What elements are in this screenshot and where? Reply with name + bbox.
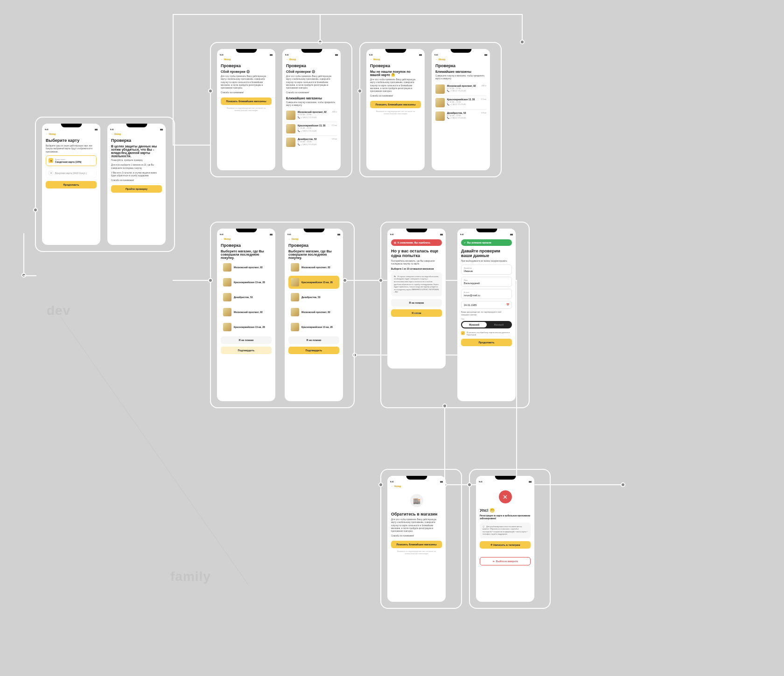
screen-verify-intro: 9:41▮▮▮ ← Назад Проверка В целях защиты … <box>107 124 166 245</box>
forgot-button[interactable]: Я не помню <box>391 299 442 307</box>
screen-form: 9:41▮▮▮ ✓Вы успешно прошли Давайте прове… <box>457 229 516 401</box>
store-row[interactable]: Московский проспект, 82⏱ 10:00 – 22:00📞 … <box>435 83 486 96</box>
forgot-button[interactable]: Я не помню <box>221 336 272 344</box>
hint: Совершите покупку в магазине, чтобы прик… <box>435 75 486 81</box>
consent-checkbox[interactable]: ✓Я согласен на обработку персональных да… <box>461 331 512 336</box>
firstname-input[interactable]: ИмяВальтерджей <box>461 277 512 287</box>
line3: У Вас есть 3 попытки, в случае неудачи м… <box>111 172 162 178</box>
notch <box>457 229 516 233</box>
store-row[interactable]: Декабристов, 53⏱ 10:00 – 22:00📞 +7 (812)… <box>435 110 486 123</box>
thanks: Спасибо за понимание! <box>111 179 162 182</box>
store-row[interactable]: Красноармейская 13, 28⏱ 10:00 – 22:00📞 +… <box>435 96 486 110</box>
store-image <box>435 112 445 121</box>
card-option-2[interactable]: ✦Бонусная карта (2410 бонус.) <box>46 168 97 178</box>
store-option[interactable]: Декабристов, 53 <box>288 291 339 304</box>
thanks: Спасибо за понимание! <box>221 91 272 94</box>
store-row[interactable]: Декабристов, 53⏱ 10:00 – 22:00📞 +7 (812)… <box>286 136 337 149</box>
info-box: 🛍В случае неверного ответа последней поп… <box>391 272 442 296</box>
subtitle: Выберите магазин, где Вы совершили после… <box>288 250 339 259</box>
store-image <box>291 308 299 316</box>
back-link[interactable]: ← Назад <box>285 236 343 242</box>
notch <box>42 124 100 128</box>
dob-input[interactable]: 24.01.1985📅 <box>461 301 512 309</box>
screen-pick: 9:41▮▮▮ ← Назад Проверка Выберите магази… <box>217 229 275 401</box>
telegram-button[interactable]: ✈ Написать в телеграм <box>480 541 531 549</box>
store-option[interactable]: Московский проспект, 82 <box>288 261 339 274</box>
confirm-button[interactable]: Подтвердить <box>221 347 272 354</box>
logout-button[interactable]: ⇤Выйти из аккаунта <box>480 557 531 565</box>
title: Но у вас осталась еще одна попытка <box>391 249 442 258</box>
back-link[interactable]: ← Назад <box>282 56 341 63</box>
flow-node <box>520 40 525 44</box>
gender-label: Пол <box>461 318 512 320</box>
logout-icon: ⇤ <box>493 560 495 563</box>
store-row[interactable]: Красноармейская 13, 28⏱ 10:00 – 22:00📞 +… <box>286 122 337 136</box>
ready-button[interactable]: Я готов <box>391 309 442 317</box>
store-image <box>286 124 295 133</box>
continue-button[interactable]: Продолжить <box>46 181 97 188</box>
subtitle: Сбой проверки ☹ <box>286 70 337 74</box>
section: Ближайшие магазины <box>286 97 337 100</box>
hint: Совершите покупку в магазине, чтобы прик… <box>286 101 337 107</box>
store-option[interactable]: Красноармейская 13-ая, 28 <box>221 321 272 334</box>
show-stores-button[interactable]: Показать ближайшие магазины <box>370 101 421 108</box>
confirm-button[interactable]: Подтвердить <box>288 347 339 354</box>
section: Ближайшие магазины <box>435 70 486 73</box>
page-title: Проверка <box>435 63 486 68</box>
back-link[interactable]: ← Назад <box>432 56 490 63</box>
notch <box>217 229 275 233</box>
success-pill: ✓Вы успешно прошли <box>461 239 512 246</box>
store-option[interactable]: Декабристов, 53 <box>221 291 272 304</box>
desc: Регистрация по карте в мобильном приложе… <box>480 515 531 521</box>
flow-node <box>208 278 213 283</box>
store-option[interactable]: Московский проспект, 82 <box>221 306 272 319</box>
gender-toggle[interactable]: МужскойЖенский <box>461 321 512 328</box>
desc: Выберите одну из своих действующих карт,… <box>46 145 97 153</box>
dob-note: Вводя дату рождения, вы подтверждаете св… <box>461 311 512 316</box>
screen-pick-selected: 9:41▮▮▮ ← Назад Проверка Выберите магази… <box>285 229 343 401</box>
gender-female[interactable]: Женский <box>487 322 511 328</box>
gender-male[interactable]: Мужской <box>462 322 487 328</box>
store-option[interactable]: Московский проспект, 82 <box>288 306 339 319</box>
notch <box>387 229 446 233</box>
back-link[interactable]: ← Назад <box>387 483 446 489</box>
continue-button[interactable]: Продолжить <box>461 339 512 346</box>
card-option-1[interactable]: ✦Ваша картаСкидочная карта (10%) <box>46 155 97 166</box>
show-stores-button[interactable]: Показать ближайшие магазины <box>221 98 272 105</box>
verify-button[interactable]: Пройти проверку <box>111 185 162 193</box>
back-link[interactable]: ← Назад <box>217 56 275 63</box>
store-image <box>286 111 295 120</box>
hint: Выберите 1 из 10 оставшихся магазинов <box>391 268 442 271</box>
store-option[interactable]: Красноармейская 13-ая, 28 <box>221 276 272 289</box>
error-pill: К сожалению, Вы ошиблись <box>391 239 442 246</box>
flow-node <box>33 208 38 212</box>
error-icon: ✕ <box>499 490 512 503</box>
back-link[interactable]: ← Назад <box>217 236 275 242</box>
watermark-dev: dev <box>47 303 70 318</box>
line1: Пожалуйста, пройдите проверку. <box>111 159 162 162</box>
back-link[interactable]: ← Назад <box>366 56 425 63</box>
body: Для того чтобы привязать Вашу действующу… <box>286 75 337 90</box>
title: Обратитесь в магазин <box>391 512 442 516</box>
store-image <box>223 263 231 272</box>
flow-line <box>522 14 523 42</box>
flow-node <box>208 89 213 93</box>
store-option-selected[interactable]: Красноармейская 13-ая, 28 <box>288 276 339 289</box>
screen-fail: 9:41▮▮▮ ← Назад Проверка Сбой проверки ☹… <box>217 49 275 170</box>
show-stores-button[interactable]: Показать ближайшие магазины <box>391 541 442 548</box>
screen-nopurchase-stores: 9:41▮▮▮ ← Назад Проверка Ближайшие магаз… <box>432 49 490 170</box>
forgot-button[interactable]: Я не помню <box>288 336 339 344</box>
lastname-input[interactable]: ФамилияИванов <box>461 265 512 275</box>
store-row[interactable]: Московский проспект, 82⏱ 10:00 – 22:00📞 … <box>286 109 337 122</box>
notch <box>282 49 341 54</box>
thanks: Спасибо за понимание! <box>370 95 421 98</box>
page-title: Выберите карту <box>46 138 97 143</box>
subtitle: Мы не нашли покупок по вашей карте 🤔 <box>370 70 421 77</box>
store-option[interactable]: Красноармейская 13-ая, 28 <box>288 321 339 334</box>
email-input[interactable]: E-mailivnov@mail.ru <box>461 289 512 299</box>
notch <box>432 49 490 54</box>
store-image <box>286 138 295 147</box>
back-link[interactable]: ← Назад <box>107 131 166 137</box>
store-option[interactable]: Московский проспект, 82 <box>221 261 272 274</box>
back-link[interactable]: ← Назад <box>42 131 100 137</box>
